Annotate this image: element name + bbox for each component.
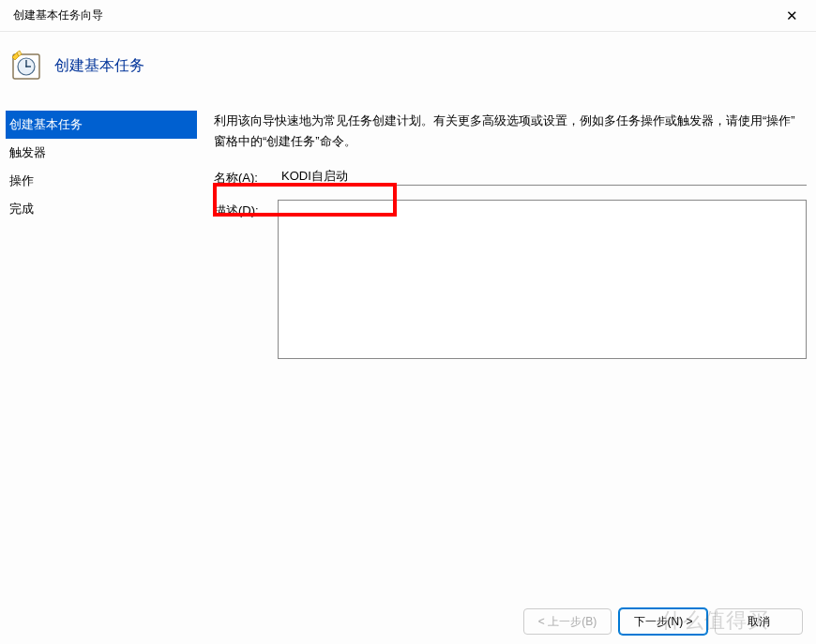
description-input[interactable] — [278, 200, 807, 359]
footer-buttons: < 上一步(B) 下一步(N) > 取消 — [523, 608, 803, 635]
window-title: 创建基本任务向导 — [13, 7, 103, 23]
back-button: < 上一步(B) — [523, 608, 612, 635]
cancel-button[interactable]: 取消 — [715, 608, 803, 635]
svg-point-4 — [25, 66, 27, 67]
sidebar-item-finish[interactable]: 完成 — [9, 195, 197, 223]
sidebar-item-action[interactable]: 操作 — [9, 167, 197, 195]
close-icon[interactable]: ✕ — [780, 8, 803, 22]
page-title: 创建基本任务 — [54, 56, 144, 76]
main-panel: 利用该向导快速地为常见任务创建计划。有关更多高级选项或设置，例如多任务操作或触发… — [197, 105, 816, 372]
name-row: 名称(A): — [214, 167, 807, 187]
sidebar-item-create-basic-task[interactable]: 创建基本任务 — [6, 111, 197, 139]
sidebar-item-trigger[interactable]: 触发器 — [9, 139, 197, 167]
content-area: 创建基本任务 触发器 操作 完成 利用该向导快速地为常见任务创建计划。有关更多高… — [0, 105, 816, 372]
clock-icon — [9, 49, 43, 82]
description-row: 描述(D): — [214, 200, 807, 359]
name-input[interactable] — [278, 167, 807, 186]
instruction-text: 利用该向导快速地为常见任务创建计划。有关更多高级选项或设置，例如多任务操作或触发… — [214, 111, 807, 152]
description-label: 描述(D): — [214, 200, 278, 219]
titlebar: 创建基本任务向导 ✕ — [0, 0, 816, 32]
next-button[interactable]: 下一步(N) > — [619, 608, 707, 635]
wizard-steps-sidebar: 创建基本任务 触发器 操作 完成 — [9, 105, 197, 372]
wizard-header: 创建基本任务 — [0, 32, 816, 105]
name-label: 名称(A): — [214, 167, 278, 187]
